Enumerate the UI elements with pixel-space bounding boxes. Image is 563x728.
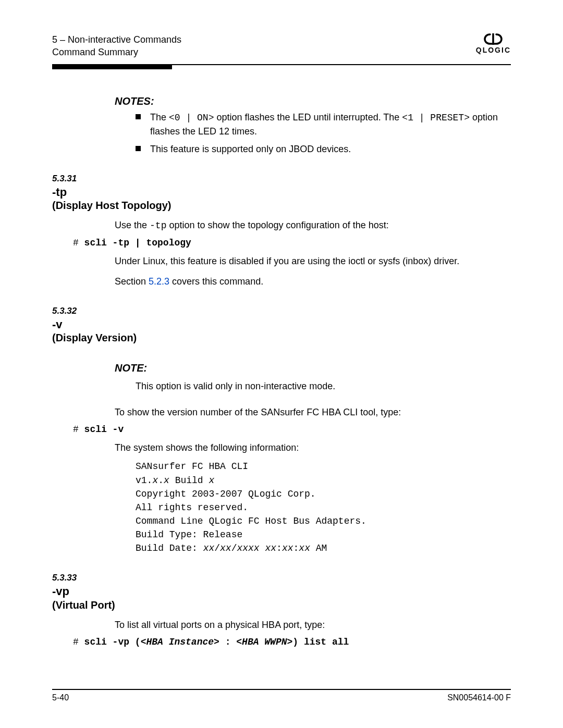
section-number-5332: 5.3.32 — [52, 306, 511, 316]
note-item-2: This feature is supported only on JBOD d… — [132, 142, 511, 156]
header-chapter: 5 – Non-interactive Commands — [52, 33, 181, 46]
section-title-v: -v (Display Version) — [52, 317, 511, 345]
tp-desc: Use the -tp option to show the topology … — [115, 218, 511, 232]
vp-command: # scli -vp (<HBA Instance> : <HBA WWPN>)… — [73, 637, 511, 647]
footer-rule — [52, 689, 511, 690]
header-rule — [52, 64, 511, 69]
tp-linux-note: Under Linux, this feature is disabled if… — [115, 254, 511, 268]
brand-logo: QLOGIC — [476, 33, 511, 54]
v-output-intro: The system shows the following informati… — [115, 441, 511, 454]
vp-desc: To list all virtual ports on a physical … — [115, 618, 511, 632]
tp-xref: Section 5.2.3 covers this command. — [115, 275, 511, 288]
v-desc: To show the version number of the SANsur… — [115, 405, 511, 419]
note-item-1: The <0 | ON> option flashes the LED unti… — [132, 110, 511, 138]
section-number-5333: 5.3.33 — [52, 573, 511, 583]
section-title-tp: -tp (Display Host Topology) — [52, 185, 511, 213]
v-command: # scli -v — [73, 424, 511, 435]
section-title-vp: -vp (Virtual Port) — [52, 584, 511, 612]
tp-command: # scli -tp | topology — [73, 238, 511, 248]
v-output: SANsurfer FC HBA CLI v1.x.x Build x Copy… — [136, 460, 511, 555]
doc-id: SN0054614-00 F — [447, 693, 511, 702]
note-text: This option is valid only in non-interac… — [136, 379, 511, 393]
section-number-5331: 5.3.31 — [52, 174, 511, 184]
page-number: 5-40 — [52, 693, 69, 702]
notes-heading: NOTES: — [115, 95, 511, 107]
note-heading: NOTE: — [115, 362, 136, 374]
brand-text: QLOGIC — [476, 46, 511, 54]
header-section: Command Summary — [52, 46, 181, 58]
